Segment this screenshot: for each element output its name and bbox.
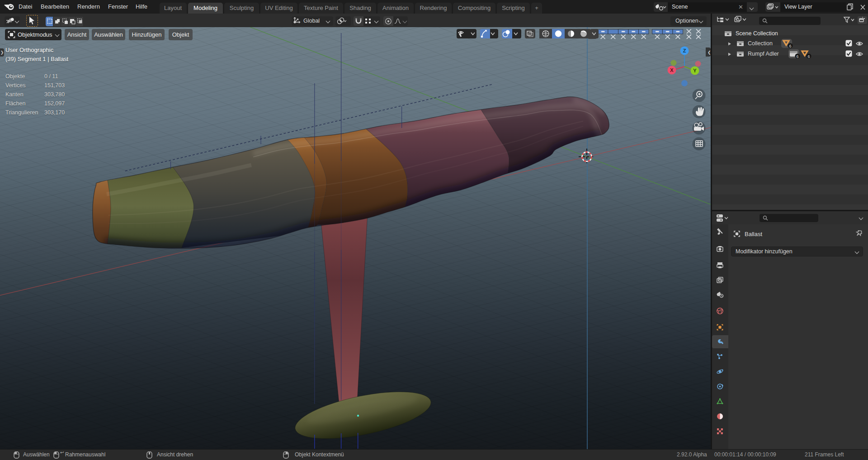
svg-text:X: X — [670, 67, 674, 73]
svg-text:6: 6 — [807, 54, 810, 59]
svg-text:6: 6 — [789, 44, 791, 48]
svg-text:6: 6 — [796, 54, 798, 59]
svg-text:Z: Z — [683, 48, 686, 53]
svg-text:❮: ❮ — [708, 50, 711, 55]
svg-text:Y: Y — [693, 68, 697, 73]
